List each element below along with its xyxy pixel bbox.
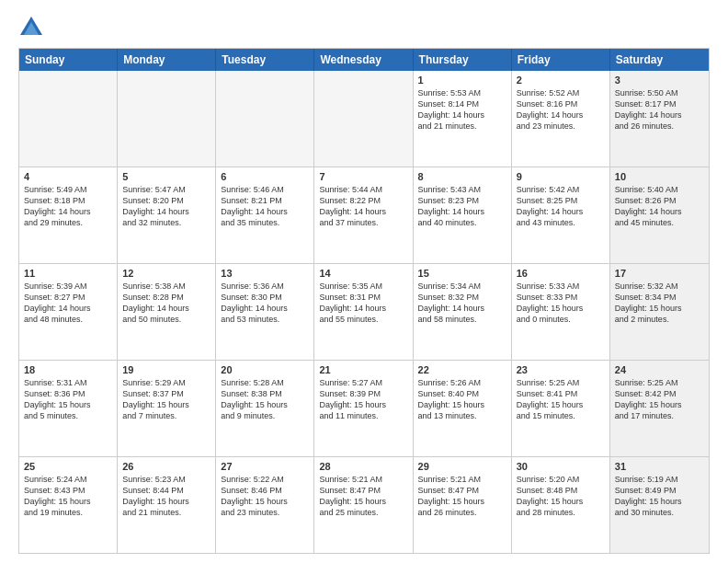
day-number: 12	[122, 268, 210, 279]
week-row-0: 1Sunrise: 5:53 AM Sunset: 8:14 PM Daylig…	[19, 71, 709, 167]
cell-info: Sunrise: 5:24 AM Sunset: 8:43 PM Dayligh…	[24, 474, 112, 519]
day-number: 8	[418, 171, 506, 182]
cal-cell-8: 8Sunrise: 5:43 AM Sunset: 8:23 PM Daylig…	[414, 167, 512, 263]
cell-info: Sunrise: 5:34 AM Sunset: 8:32 PM Dayligh…	[418, 281, 506, 326]
cell-info: Sunrise: 5:53 AM Sunset: 8:14 PM Dayligh…	[418, 87, 506, 132]
cal-cell-4: 4Sunrise: 5:49 AM Sunset: 8:18 PM Daylig…	[19, 167, 118, 263]
day-number: 4	[24, 171, 112, 182]
cell-info: Sunrise: 5:44 AM Sunset: 8:22 PM Dayligh…	[319, 184, 407, 229]
cell-info: Sunrise: 5:25 AM Sunset: 8:41 PM Dayligh…	[517, 377, 605, 422]
cal-cell-3: 3Sunrise: 5:50 AM Sunset: 8:17 PM Daylig…	[610, 71, 709, 167]
day-number: 22	[418, 364, 506, 375]
cal-cell-29: 29Sunrise: 5:21 AM Sunset: 8:47 PM Dayli…	[414, 457, 512, 553]
logo	[18, 15, 48, 40]
calendar: SundayMondayTuesdayWednesdayThursdayFrid…	[18, 48, 710, 554]
cell-info: Sunrise: 5:43 AM Sunset: 8:23 PM Dayligh…	[418, 184, 506, 229]
cal-cell-21: 21Sunrise: 5:27 AM Sunset: 8:39 PM Dayli…	[314, 361, 413, 456]
calendar-body: 1Sunrise: 5:53 AM Sunset: 8:14 PM Daylig…	[19, 71, 709, 553]
header-day-thursday: Thursday	[414, 49, 512, 71]
day-number: 6	[221, 171, 309, 182]
day-number: 14	[319, 268, 407, 279]
cell-info: Sunrise: 5:25 AM Sunset: 8:42 PM Dayligh…	[615, 377, 704, 422]
day-number: 24	[615, 364, 704, 375]
day-number: 21	[319, 364, 407, 375]
day-number: 29	[418, 461, 506, 472]
page: SundayMondayTuesdayWednesdayThursdayFrid…	[0, 0, 728, 563]
day-number: 28	[319, 461, 407, 472]
week-row-4: 25Sunrise: 5:24 AM Sunset: 8:43 PM Dayli…	[19, 457, 709, 553]
day-number: 20	[221, 364, 309, 375]
cell-info: Sunrise: 5:40 AM Sunset: 8:26 PM Dayligh…	[615, 184, 704, 229]
cell-info: Sunrise: 5:19 AM Sunset: 8:49 PM Dayligh…	[615, 474, 704, 519]
header-day-sunday: Sunday	[19, 49, 118, 71]
day-number: 15	[418, 268, 506, 279]
cal-cell-25: 25Sunrise: 5:24 AM Sunset: 8:43 PM Dayli…	[19, 457, 118, 553]
day-number: 11	[24, 268, 112, 279]
cal-cell-13: 13Sunrise: 5:36 AM Sunset: 8:30 PM Dayli…	[216, 264, 314, 360]
day-number: 26	[122, 461, 210, 472]
header-day-wednesday: Wednesday	[314, 49, 413, 71]
cell-info: Sunrise: 5:20 AM Sunset: 8:48 PM Dayligh…	[517, 474, 605, 519]
day-number: 1	[418, 75, 506, 86]
cell-info: Sunrise: 5:50 AM Sunset: 8:17 PM Dayligh…	[615, 87, 704, 132]
day-number: 5	[122, 171, 210, 182]
logo-icon	[18, 15, 44, 40]
header-day-saturday: Saturday	[610, 49, 709, 71]
cell-info: Sunrise: 5:21 AM Sunset: 8:47 PM Dayligh…	[418, 474, 506, 519]
cal-cell-14: 14Sunrise: 5:35 AM Sunset: 8:31 PM Dayli…	[314, 264, 413, 360]
day-number: 7	[319, 171, 407, 182]
day-number: 13	[221, 268, 309, 279]
header-day-tuesday: Tuesday	[216, 49, 314, 71]
cell-info: Sunrise: 5:47 AM Sunset: 8:20 PM Dayligh…	[122, 184, 210, 229]
cell-info: Sunrise: 5:23 AM Sunset: 8:44 PM Dayligh…	[122, 474, 210, 519]
cal-cell-26: 26Sunrise: 5:23 AM Sunset: 8:44 PM Dayli…	[118, 457, 216, 553]
cal-cell-empty-3	[314, 71, 413, 167]
week-row-2: 11Sunrise: 5:39 AM Sunset: 8:27 PM Dayli…	[19, 264, 709, 361]
cell-info: Sunrise: 5:52 AM Sunset: 8:16 PM Dayligh…	[517, 87, 605, 132]
week-row-3: 18Sunrise: 5:31 AM Sunset: 8:36 PM Dayli…	[19, 361, 709, 457]
day-number: 2	[517, 75, 605, 86]
cal-cell-16: 16Sunrise: 5:33 AM Sunset: 8:33 PM Dayli…	[512, 264, 610, 360]
cell-info: Sunrise: 5:29 AM Sunset: 8:37 PM Dayligh…	[122, 377, 210, 422]
cell-info: Sunrise: 5:38 AM Sunset: 8:28 PM Dayligh…	[122, 281, 210, 326]
cal-cell-20: 20Sunrise: 5:28 AM Sunset: 8:38 PM Dayli…	[216, 361, 314, 456]
cell-info: Sunrise: 5:21 AM Sunset: 8:47 PM Dayligh…	[319, 474, 407, 519]
day-number: 16	[517, 268, 605, 279]
cell-info: Sunrise: 5:33 AM Sunset: 8:33 PM Dayligh…	[517, 281, 605, 326]
cell-info: Sunrise: 5:49 AM Sunset: 8:18 PM Dayligh…	[24, 184, 112, 229]
cal-cell-23: 23Sunrise: 5:25 AM Sunset: 8:41 PM Dayli…	[512, 361, 610, 456]
cell-info: Sunrise: 5:35 AM Sunset: 8:31 PM Dayligh…	[319, 281, 407, 326]
cal-cell-1: 1Sunrise: 5:53 AM Sunset: 8:14 PM Daylig…	[414, 71, 512, 167]
cell-info: Sunrise: 5:31 AM Sunset: 8:36 PM Dayligh…	[24, 377, 112, 422]
cal-cell-12: 12Sunrise: 5:38 AM Sunset: 8:28 PM Dayli…	[118, 264, 216, 360]
day-number: 25	[24, 461, 112, 472]
day-number: 10	[615, 171, 704, 182]
day-number: 31	[615, 461, 704, 472]
cell-info: Sunrise: 5:27 AM Sunset: 8:39 PM Dayligh…	[319, 377, 407, 422]
cal-cell-22: 22Sunrise: 5:26 AM Sunset: 8:40 PM Dayli…	[414, 361, 512, 456]
cal-cell-31: 31Sunrise: 5:19 AM Sunset: 8:49 PM Dayli…	[610, 457, 709, 553]
cal-cell-7: 7Sunrise: 5:44 AM Sunset: 8:22 PM Daylig…	[314, 167, 413, 263]
week-row-1: 4Sunrise: 5:49 AM Sunset: 8:18 PM Daylig…	[19, 167, 709, 264]
cal-cell-empty-2	[216, 71, 314, 167]
cal-cell-6: 6Sunrise: 5:46 AM Sunset: 8:21 PM Daylig…	[216, 167, 314, 263]
cell-info: Sunrise: 5:42 AM Sunset: 8:25 PM Dayligh…	[517, 184, 605, 229]
cal-cell-19: 19Sunrise: 5:29 AM Sunset: 8:37 PM Dayli…	[118, 361, 216, 456]
day-number: 17	[615, 268, 704, 279]
day-number: 9	[517, 171, 605, 182]
cell-info: Sunrise: 5:46 AM Sunset: 8:21 PM Dayligh…	[221, 184, 309, 229]
day-number: 30	[517, 461, 605, 472]
cal-cell-24: 24Sunrise: 5:25 AM Sunset: 8:42 PM Dayli…	[610, 361, 709, 456]
cell-info: Sunrise: 5:39 AM Sunset: 8:27 PM Dayligh…	[24, 281, 112, 326]
header-day-friday: Friday	[512, 49, 610, 71]
calendar-header: SundayMondayTuesdayWednesdayThursdayFrid…	[19, 49, 709, 71]
day-number: 27	[221, 461, 309, 472]
header	[18, 15, 710, 40]
day-number: 19	[122, 364, 210, 375]
cell-info: Sunrise: 5:36 AM Sunset: 8:30 PM Dayligh…	[221, 281, 309, 326]
cell-info: Sunrise: 5:22 AM Sunset: 8:46 PM Dayligh…	[221, 474, 309, 519]
cal-cell-10: 10Sunrise: 5:40 AM Sunset: 8:26 PM Dayli…	[610, 167, 709, 263]
cal-cell-empty-1	[118, 71, 216, 167]
day-number: 18	[24, 364, 112, 375]
cell-info: Sunrise: 5:32 AM Sunset: 8:34 PM Dayligh…	[615, 281, 704, 326]
